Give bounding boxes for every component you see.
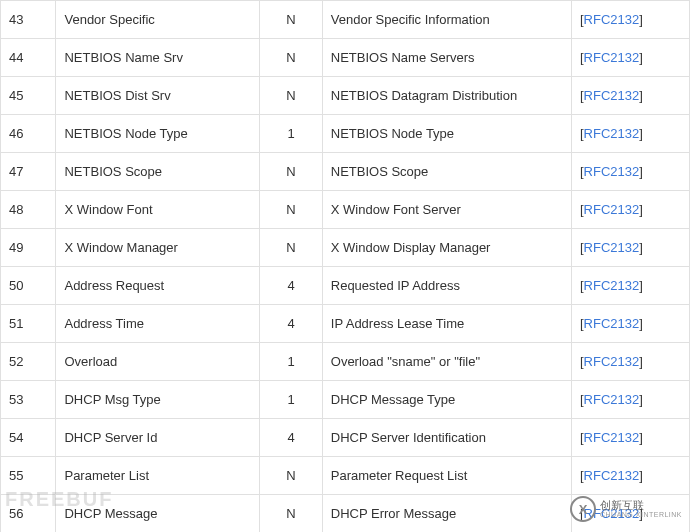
option-name: NETBIOS Dist Srv: [56, 77, 260, 115]
bracket-close: ]: [639, 126, 643, 141]
bracket-close: ]: [639, 354, 643, 369]
option-number: 49: [1, 229, 56, 267]
table-row: 52Overload1Overload "sname" or "file"[RF…: [1, 343, 690, 381]
option-name: Parameter List: [56, 457, 260, 495]
rfc-link[interactable]: RFC2132: [584, 88, 640, 103]
bracket-close: ]: [639, 12, 643, 27]
rfc-link[interactable]: RFC2132: [584, 202, 640, 217]
option-name: DHCP Msg Type: [56, 381, 260, 419]
option-length: 1: [260, 343, 323, 381]
option-number: 56: [1, 495, 56, 533]
option-number: 52: [1, 343, 56, 381]
option-number: 45: [1, 77, 56, 115]
option-name: Vendor Specific: [56, 1, 260, 39]
option-name: NETBIOS Node Type: [56, 115, 260, 153]
option-name: Overload: [56, 343, 260, 381]
option-description: X Window Font Server: [322, 191, 571, 229]
rfc-link[interactable]: RFC2132: [584, 392, 640, 407]
option-reference-cell: [RFC2132]: [571, 39, 689, 77]
bracket-close: ]: [639, 88, 643, 103]
option-length: N: [260, 191, 323, 229]
option-length: N: [260, 1, 323, 39]
table-row: 46NETBIOS Node Type1NETBIOS Node Type[RF…: [1, 115, 690, 153]
table-row: 44NETBIOS Name SrvNNETBIOS Name Servers[…: [1, 39, 690, 77]
option-reference-cell: [RFC2132]: [571, 457, 689, 495]
option-number: 51: [1, 305, 56, 343]
option-description: Parameter Request List: [322, 457, 571, 495]
table-row: 49X Window ManagerNX Window Display Mana…: [1, 229, 690, 267]
option-reference-cell: [RFC2132]: [571, 115, 689, 153]
rfc-link[interactable]: RFC2132: [584, 468, 640, 483]
bracket-close: ]: [639, 430, 643, 445]
option-name: Address Time: [56, 305, 260, 343]
bracket-close: ]: [639, 468, 643, 483]
bracket-close: ]: [639, 240, 643, 255]
option-name: NETBIOS Name Srv: [56, 39, 260, 77]
option-description: Vendor Specific Information: [322, 1, 571, 39]
option-name: DHCP Server Id: [56, 419, 260, 457]
option-number: 47: [1, 153, 56, 191]
option-description: Overload "sname" or "file": [322, 343, 571, 381]
option-description: NETBIOS Datagram Distribution: [322, 77, 571, 115]
table-row: 51Address Time4IP Address Lease Time[RFC…: [1, 305, 690, 343]
option-reference-cell: [RFC2132]: [571, 305, 689, 343]
option-name: Address Request: [56, 267, 260, 305]
option-length: N: [260, 495, 323, 533]
option-number: 43: [1, 1, 56, 39]
option-description: NETBIOS Scope: [322, 153, 571, 191]
table-row: 54DHCP Server Id4DHCP Server Identificat…: [1, 419, 690, 457]
rfc-link[interactable]: RFC2132: [584, 164, 640, 179]
option-number: 55: [1, 457, 56, 495]
option-description: Requested IP Address: [322, 267, 571, 305]
dhcp-options-table: 43Vendor SpecificNVendor Specific Inform…: [0, 0, 690, 532]
option-description: IP Address Lease Time: [322, 305, 571, 343]
rfc-link[interactable]: RFC2132: [584, 316, 640, 331]
option-description: DHCP Server Identification: [322, 419, 571, 457]
option-number: 46: [1, 115, 56, 153]
bracket-close: ]: [639, 392, 643, 407]
rfc-link[interactable]: RFC2132: [584, 278, 640, 293]
option-number: 54: [1, 419, 56, 457]
option-length: N: [260, 153, 323, 191]
bracket-close: ]: [639, 506, 643, 521]
option-reference-cell: [RFC2132]: [571, 191, 689, 229]
rfc-link[interactable]: RFC2132: [584, 12, 640, 27]
option-length: 4: [260, 419, 323, 457]
option-length: N: [260, 39, 323, 77]
option-name: X Window Manager: [56, 229, 260, 267]
option-length: 1: [260, 381, 323, 419]
option-description: DHCP Message Type: [322, 381, 571, 419]
option-name: X Window Font: [56, 191, 260, 229]
table-row: 55Parameter ListNParameter Request List[…: [1, 457, 690, 495]
table-row: 50Address Request4Requested IP Address[R…: [1, 267, 690, 305]
rfc-link[interactable]: RFC2132: [584, 240, 640, 255]
option-reference-cell: [RFC2132]: [571, 343, 689, 381]
bracket-close: ]: [639, 278, 643, 293]
bracket-close: ]: [639, 50, 643, 65]
table-row: 53DHCP Msg Type1DHCP Message Type[RFC213…: [1, 381, 690, 419]
option-description: NETBIOS Name Servers: [322, 39, 571, 77]
option-length: N: [260, 229, 323, 267]
table-row: 43Vendor SpecificNVendor Specific Inform…: [1, 1, 690, 39]
bracket-close: ]: [639, 316, 643, 331]
option-length: 4: [260, 267, 323, 305]
table-row: 47NETBIOS ScopeNNETBIOS Scope[RFC2132]: [1, 153, 690, 191]
option-length: N: [260, 77, 323, 115]
option-length: 1: [260, 115, 323, 153]
option-description: DHCP Error Message: [322, 495, 571, 533]
option-description: X Window Display Manager: [322, 229, 571, 267]
option-reference-cell: [RFC2132]: [571, 381, 689, 419]
option-number: 44: [1, 39, 56, 77]
option-reference-cell: [RFC2132]: [571, 419, 689, 457]
option-reference-cell: [RFC2132]: [571, 1, 689, 39]
option-number: 48: [1, 191, 56, 229]
rfc-link[interactable]: RFC2132: [584, 430, 640, 445]
table-row: 48X Window FontNX Window Font Server[RFC…: [1, 191, 690, 229]
option-number: 53: [1, 381, 56, 419]
rfc-link[interactable]: RFC2132: [584, 126, 640, 141]
rfc-link[interactable]: RFC2132: [584, 50, 640, 65]
rfc-link[interactable]: RFC2132: [584, 354, 640, 369]
option-name: DHCP Message: [56, 495, 260, 533]
option-number: 50: [1, 267, 56, 305]
rfc-link[interactable]: RFC2132: [584, 506, 640, 521]
